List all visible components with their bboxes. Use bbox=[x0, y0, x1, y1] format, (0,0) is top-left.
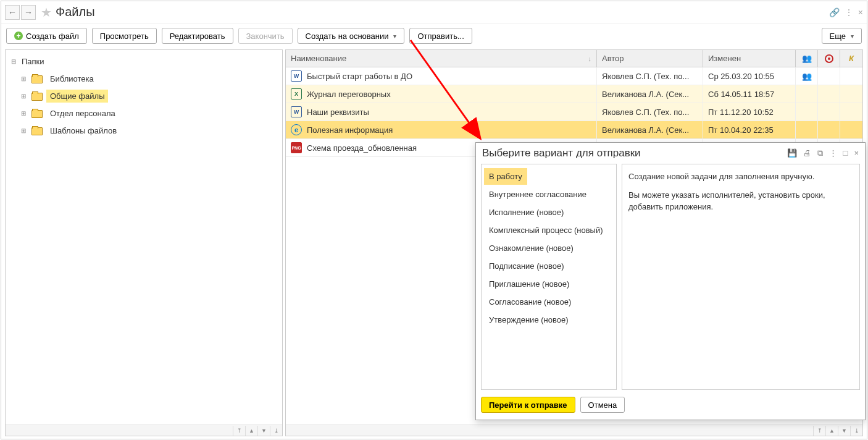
file-name: Быстрый старт работы в ДО bbox=[307, 72, 412, 81]
expand-icon[interactable] bbox=[19, 110, 28, 117]
favorite-icon[interactable]: ★ bbox=[41, 5, 52, 20]
tree-item-shared[interactable]: Общие файлы bbox=[6, 87, 282, 104]
edit-button[interactable]: Редактировать bbox=[162, 28, 233, 44]
scroll-down-icon[interactable]: ▼ bbox=[838, 426, 850, 436]
more-icon[interactable]: ⋮ bbox=[845, 7, 853, 17]
send-option[interactable]: Ознакомление (новое) bbox=[484, 240, 614, 256]
file-modified: Пт 11.12.20 10:52 bbox=[703, 103, 796, 121]
page-title: Файлы bbox=[56, 5, 95, 19]
file-people: 👥 bbox=[796, 67, 818, 85]
tree-item-library[interactable]: Библиотека bbox=[6, 70, 282, 87]
forward-button[interactable]: → bbox=[21, 5, 36, 20]
dialog-titlebar: Выберите вариант для отправки 💾 🖨 ⧉ ⋮ □ … bbox=[476, 143, 865, 164]
scroll-top-icon[interactable]: ⤒ bbox=[813, 426, 825, 436]
send-option[interactable]: Внутреннее согласование bbox=[484, 186, 614, 203]
file-author: Великанова Л.А. (Сек... bbox=[597, 121, 703, 138]
print-icon[interactable]: 🖨 bbox=[803, 148, 811, 158]
scroll-bottom-icon[interactable]: ⤓ bbox=[850, 426, 862, 436]
word-file-icon: W bbox=[291, 106, 302, 117]
people-icon: 👥 bbox=[802, 54, 812, 63]
sidebar-scroll: ⤒ ▲ ▼ ⤓ bbox=[6, 425, 282, 436]
scroll-top-icon[interactable]: ⤒ bbox=[233, 426, 245, 436]
folder-icon bbox=[31, 126, 43, 135]
file-author: Яковлев С.П. (Тех. по... bbox=[597, 103, 703, 121]
send-option[interactable]: Утверждение (новое) bbox=[484, 311, 614, 328]
options-list: В работуВнутреннее согласованиеИсполнени… bbox=[481, 164, 617, 390]
col-name[interactable]: Наименование↓ bbox=[286, 50, 597, 67]
folder-icon bbox=[31, 74, 43, 83]
scroll-up-icon[interactable]: ▲ bbox=[245, 426, 257, 436]
excel-file-icon: X bbox=[291, 88, 302, 99]
word-file-icon: W bbox=[291, 70, 302, 82]
save-icon[interactable]: 💾 bbox=[787, 148, 797, 158]
file-seal bbox=[818, 121, 840, 138]
send-option[interactable]: Комплексный процесс (новый) bbox=[484, 222, 614, 239]
file-seal bbox=[818, 67, 840, 85]
scroll-up-icon[interactable]: ▲ bbox=[825, 426, 838, 436]
col-seal[interactable] bbox=[818, 50, 840, 67]
table-row[interactable]: XЖурнал переговорныхВеликанова Л.А. (Сек… bbox=[286, 85, 862, 103]
description-line: Вы можете указать исполнителей, установи… bbox=[628, 189, 853, 213]
plus-icon: + bbox=[14, 32, 23, 40]
folder-icon bbox=[31, 109, 43, 117]
view-button[interactable]: Просмотреть bbox=[92, 28, 157, 44]
main-scroll: ⤒ ▲ ▼ ⤓ bbox=[286, 425, 862, 436]
scroll-down-icon[interactable]: ▼ bbox=[257, 426, 270, 436]
file-modified: Ср 25.03.20 10:55 bbox=[703, 67, 796, 85]
proceed-button[interactable]: Перейти к отправке bbox=[481, 397, 575, 413]
folder-tree-panel: Папки Библиотека Общие файлы Отдел персо… bbox=[5, 49, 283, 436]
scroll-bottom-icon[interactable]: ⤓ bbox=[270, 426, 282, 436]
file-seal bbox=[818, 85, 840, 103]
close-icon[interactable]: × bbox=[858, 7, 863, 17]
file-name: Наши реквизиты bbox=[307, 108, 369, 117]
close-icon[interactable]: × bbox=[854, 148, 859, 158]
dialog-footer: Перейти к отправке Отмена bbox=[476, 395, 865, 420]
col-author[interactable]: Автор bbox=[597, 50, 703, 67]
send-option[interactable]: Согласование (новое) bbox=[484, 294, 614, 310]
expand-icon[interactable] bbox=[19, 127, 28, 134]
col-k[interactable]: К bbox=[840, 50, 862, 67]
expand-icon[interactable] bbox=[19, 93, 28, 99]
table-row[interactable]: eПолезная информацияВеликанова Л.А. (Сек… bbox=[286, 121, 862, 139]
create-file-button[interactable]: +Создать файл bbox=[6, 28, 87, 44]
create-based-button[interactable]: Создать на основании bbox=[298, 28, 405, 44]
people-icon: 👥 bbox=[802, 72, 812, 81]
send-option[interactable]: Исполнение (новое) bbox=[484, 204, 614, 221]
send-button[interactable]: Отправить... bbox=[409, 28, 472, 44]
tree-root[interactable]: Папки bbox=[6, 53, 282, 70]
link-icon[interactable]: 🔗 bbox=[829, 7, 840, 17]
send-option[interactable]: Приглашение (новое) bbox=[484, 276, 614, 292]
table-row[interactable]: WБыстрый старт работы в ДОЯковлев С.П. (… bbox=[286, 67, 862, 85]
png-file-icon: PNG bbox=[291, 142, 302, 153]
toolbar: +Создать файл Просмотреть Редактировать … bbox=[1, 23, 867, 48]
finish-button: Закончить bbox=[238, 28, 293, 44]
seal-icon bbox=[825, 54, 833, 63]
file-name: Схема проезда_обновленная bbox=[307, 143, 417, 153]
file-k bbox=[840, 103, 862, 121]
file-author: Великанова Л.А. (Сек... bbox=[597, 85, 703, 103]
edge-file-icon: e bbox=[291, 124, 302, 135]
send-option[interactable]: В работу bbox=[484, 168, 527, 185]
cancel-button[interactable]: Отмена bbox=[580, 397, 625, 413]
send-option[interactable]: Подписание (новое) bbox=[484, 258, 614, 274]
send-variant-dialog: Выберите вариант для отправки 💾 🖨 ⧉ ⋮ □ … bbox=[475, 142, 866, 420]
col-modified[interactable]: Изменен bbox=[703, 50, 796, 67]
file-people bbox=[796, 121, 818, 138]
tree-item-templates[interactable]: Шаблоны файлов bbox=[6, 122, 282, 139]
collapse-icon[interactable] bbox=[9, 58, 18, 65]
file-name: Журнал переговорных bbox=[307, 90, 391, 99]
k-icon: К bbox=[849, 54, 854, 63]
more-icon[interactable]: ⋮ bbox=[829, 148, 837, 158]
table-row[interactable]: WНаши реквизитыЯковлев С.П. (Тех. по...П… bbox=[286, 103, 862, 121]
tree-item-hr[interactable]: Отдел персонала bbox=[6, 104, 282, 122]
popup-icon[interactable]: ⧉ bbox=[817, 148, 823, 158]
col-people[interactable]: 👥 bbox=[796, 50, 818, 67]
back-button[interactable]: ← bbox=[5, 5, 20, 20]
dialog-title: Выберите вариант для отправки bbox=[482, 147, 641, 159]
more-button[interactable]: Еще bbox=[822, 28, 862, 44]
folder-icon bbox=[31, 91, 43, 100]
maximize-icon[interactable]: □ bbox=[843, 148, 848, 158]
file-modified: Сб 14.05.11 18:57 bbox=[703, 85, 796, 103]
sort-asc-icon: ↓ bbox=[588, 55, 592, 62]
expand-icon[interactable] bbox=[19, 75, 28, 82]
